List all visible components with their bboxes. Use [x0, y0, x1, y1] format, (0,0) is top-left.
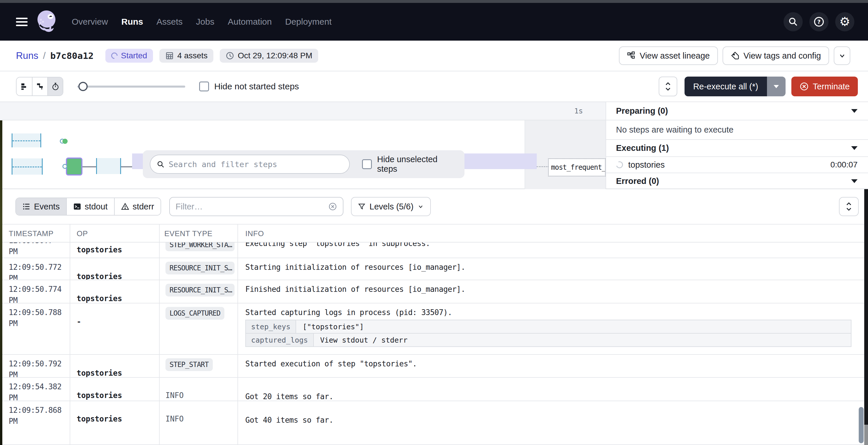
- col-info: INFO: [245, 229, 264, 238]
- caret-down-icon: [774, 85, 779, 88]
- table-row[interactable]: 12:09:50.788PM - LOGS_CAPTURED Started c…: [0, 303, 868, 355]
- gantt-step-not-started[interactable]: [96, 158, 121, 174]
- captured-logs-link[interactable]: View stdout / stderr: [314, 334, 851, 346]
- clear-filter-icon[interactable]: [328, 202, 337, 211]
- tab-stderr[interactable]: stderr: [114, 198, 160, 215]
- menu-icon[interactable]: [16, 16, 28, 28]
- lineage-icon: [627, 52, 636, 60]
- gantt-step-not-started[interactable]: [11, 133, 41, 147]
- warning-triangle-icon: [121, 203, 129, 211]
- chevron-down-icon: [417, 203, 424, 210]
- view-asset-lineage-button[interactable]: View asset lineage: [619, 46, 718, 65]
- view-mode-waterfall-button[interactable]: [32, 77, 47, 96]
- table-row[interactable]: 12:09:54.382PM topstories INFO Got 20 it…: [0, 378, 868, 401]
- gantt-toolbar: Hide not started steps Re-execute all (*…: [0, 71, 868, 102]
- search-button[interactable]: [783, 12, 803, 31]
- settings-button[interactable]: ⚙: [835, 12, 855, 31]
- table-row[interactable]: 12:09:50.772PM topstories RESOURCE_INIT_…: [0, 258, 868, 280]
- view-mode-flat-button[interactable]: [17, 77, 32, 96]
- expand-collapse-panel-button[interactable]: [659, 77, 677, 96]
- top-navbar: Overview Runs Assets Jobs Automation Dep…: [0, 3, 868, 41]
- more-run-actions-button[interactable]: [834, 46, 850, 65]
- levels-dropdown[interactable]: Levels (5/6): [351, 197, 431, 216]
- dependency-node-icon: [62, 164, 67, 169]
- hide-not-started-label: Hide not started steps: [214, 81, 299, 91]
- hide-not-started-checkbox[interactable]: [199, 81, 209, 91]
- reexecute-all-button[interactable]: Re-execute all (*): [685, 77, 767, 96]
- hide-unselected-checkbox[interactable]: [362, 159, 372, 169]
- event-metadata-table: step_keys ["topstories"] captured_logs V…: [245, 320, 851, 347]
- nav-item-jobs[interactable]: Jobs: [196, 17, 214, 27]
- chevron-down-icon: [838, 52, 846, 60]
- events-table: TIMESTAMP OP EVENT TYPE INFO 12:09:50.7P…: [0, 224, 868, 445]
- gantt-step-dot[interactable]: [60, 139, 70, 144]
- event-list-icon: [22, 203, 30, 211]
- panel-section-errored[interactable]: Errored (0): [606, 173, 868, 189]
- window-right-edge: [864, 189, 868, 445]
- table-row[interactable]: 12:09:50.774PM topstories RESOURCE_INIT_…: [0, 280, 868, 303]
- section-caret-icon: [851, 146, 858, 150]
- nav-item-overview[interactable]: Overview: [72, 17, 108, 27]
- nav-item-assets[interactable]: Assets: [156, 17, 183, 27]
- event-type-badge: RESOURCE_INIT_S…: [165, 262, 235, 274]
- event-level-label: INFO: [165, 391, 184, 400]
- nav-item-automation[interactable]: Automation: [227, 17, 272, 27]
- step-search-box[interactable]: [150, 155, 350, 174]
- clock-icon: [225, 52, 234, 60]
- assets-count-badge[interactable]: 4 assets: [159, 49, 213, 63]
- hide-unselected-label: Hide unselected steps: [377, 155, 458, 174]
- reexecute-options-button[interactable]: [767, 77, 785, 96]
- preparing-empty-message: No steps are waiting to execute: [606, 121, 868, 140]
- table-row[interactable]: 12:09:50.7PM topstories STEP_WORKER_STA……: [0, 242, 868, 258]
- log-filter-box[interactable]: [169, 197, 343, 216]
- event-type-badge: STEP_START: [165, 358, 213, 371]
- search-icon: [788, 17, 798, 27]
- nav-item-deployment[interactable]: Deployment: [285, 17, 332, 27]
- up-down-chevrons-icon: [845, 202, 853, 211]
- nav-item-runs[interactable]: Runs: [121, 17, 143, 27]
- view-tags-config-button[interactable]: View tags and config: [722, 46, 829, 65]
- step-spinner-icon: [615, 160, 624, 169]
- terminal-icon: [73, 203, 81, 211]
- gantt-zoom-slider[interactable]: [77, 81, 185, 91]
- executing-step-row[interactable]: topstories 0:00:07: [606, 157, 868, 173]
- section-caret-icon: [851, 109, 858, 113]
- table-header: TIMESTAMP OP EVENT TYPE INFO: [0, 224, 868, 242]
- main-nav: Overview Runs Assets Jobs Automation Dep…: [72, 17, 332, 27]
- gantt-step-selected-running[interactable]: [66, 158, 83, 175]
- log-scrollbar-thumb[interactable]: [859, 407, 864, 443]
- flat-list-icon: [20, 82, 28, 91]
- panel-section-preparing[interactable]: Preparing (0): [606, 102, 868, 121]
- table-row[interactable]: 12:09:57.868PM topstories INFO Got 40 it…: [0, 401, 868, 445]
- view-mode-timed-button[interactable]: [47, 77, 63, 96]
- log-sort-order-button[interactable]: [839, 197, 859, 216]
- log-filter-input[interactable]: [176, 202, 328, 211]
- gantt-time-axis: 1s: [0, 102, 606, 121]
- gear-icon: ⚙: [839, 16, 850, 28]
- slider-knob[interactable]: [79, 82, 88, 91]
- window-corner: [864, 425, 868, 445]
- terminate-button[interactable]: Terminate: [792, 77, 858, 96]
- start-time-badge: Oct 29, 12:09:48 PM: [220, 49, 318, 63]
- tag-icon: [731, 52, 739, 60]
- dagster-logo-icon[interactable]: [35, 9, 58, 34]
- stopwatch-icon: [51, 82, 60, 91]
- tab-events[interactable]: Events: [16, 198, 66, 215]
- events-toolbar: Events stdout stderr Levels (5/6): [0, 189, 868, 224]
- gantt-step-not-started[interactable]: [11, 159, 43, 175]
- log-view-tabs: Events stdout stderr: [16, 198, 161, 215]
- gantt-step-most-frequent[interactable]: most_frequent_: [548, 159, 606, 176]
- gantt-section: 1s most_frequent_ Hide unselected steps …: [0, 102, 868, 189]
- panel-section-executing[interactable]: Executing (1): [606, 140, 868, 157]
- slider-track[interactable]: [77, 85, 185, 88]
- table-row[interactable]: 12:09:50.792PM topstories STEP_START Sta…: [0, 355, 868, 378]
- spinner-icon: [110, 51, 119, 60]
- metadata-key: captured_logs: [246, 334, 314, 346]
- metadata-value: ["topstories"]: [296, 320, 851, 333]
- step-search-input[interactable]: [169, 160, 343, 169]
- breadcrumb-runs-link[interactable]: Runs: [16, 50, 38, 61]
- tab-stdout[interactable]: stdout: [66, 198, 114, 215]
- help-button[interactable]: ?: [809, 12, 829, 31]
- run-header-row: Runs / b7c80a12 Started 4 assets Oct 29,…: [0, 41, 868, 71]
- event-type-badge: RESOURCE_INIT_S…: [165, 284, 235, 297]
